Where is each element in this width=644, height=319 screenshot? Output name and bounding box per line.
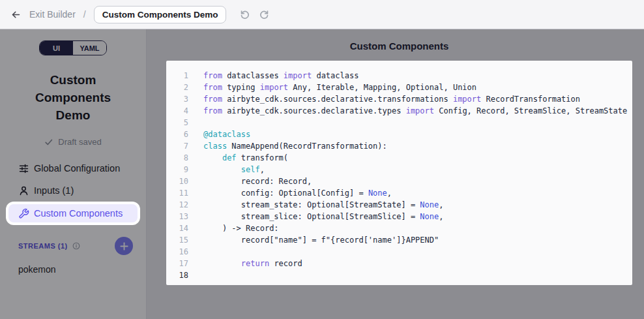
sidebar-item-label: Custom Components <box>34 208 123 219</box>
line-number: 13 <box>166 211 188 222</box>
undo-button[interactable] <box>238 8 252 22</box>
code-line: 10 record: Record, <box>166 175 632 187</box>
code-line: 3from airbyte_cdk.sources.declarative.tr… <box>166 93 632 105</box>
sidebar-item-inputs[interactable]: Inputs (1) <box>0 179 146 202</box>
streams-header-label: STREAMS (1) <box>18 242 68 250</box>
line-content: from typing import Any, Iterable, Mappin… <box>188 82 476 93</box>
topbar: Exit Builder / Custom Components Demo <box>0 0 644 29</box>
line-number: 11 <box>166 187 188 199</box>
sidebar: UI YAML Custom Components Demo Draft sav… <box>0 29 147 319</box>
line-content: stream_state: Optional[StreamState] = No… <box>188 199 443 211</box>
builder-body: UI YAML Custom Components Demo Draft sav… <box>0 29 644 319</box>
line-number: 15 <box>166 234 188 246</box>
sidebar-item-label: Inputs (1) <box>34 185 74 196</box>
line-number: 5 <box>166 117 188 129</box>
code-line: 14 ) -> Record: <box>166 222 632 234</box>
wrench-icon <box>18 208 29 219</box>
line-number: 18 <box>166 269 188 281</box>
connector-title: Custom Components Demo <box>0 71 146 124</box>
line-content: def transform( <box>188 152 288 164</box>
main-panel: Custom Components 1from dataclasses impo… <box>147 29 644 319</box>
sidebar-item-custom-components[interactable]: Custom Components <box>8 204 138 222</box>
toggle-yaml[interactable]: YAML <box>73 41 106 55</box>
line-number: 9 <box>166 164 188 175</box>
info-icon[interactable] <box>72 242 80 250</box>
line-content <box>188 246 208 258</box>
line-number: 1 <box>166 70 188 82</box>
line-content: record["name"] = f"{record['name']}APPEN… <box>188 234 439 246</box>
line-content: config: Optional[Config] = None, <box>188 187 392 199</box>
add-stream-button[interactable] <box>115 237 133 255</box>
line-number: 4 <box>166 105 188 117</box>
spotlight-ring: Custom Components <box>6 202 140 225</box>
connector-title-line: Demo <box>0 106 146 124</box>
draft-status: Draft saved <box>0 137 146 147</box>
line-content: stream_slice: Optional[StreamSlice] = No… <box>188 211 443 222</box>
line-number: 3 <box>166 93 188 105</box>
redo-button[interactable] <box>257 8 271 22</box>
page-title: Custom Components <box>166 40 632 53</box>
code-line: 6@dataclass <box>166 129 632 140</box>
line-content: from airbyte_cdk.sources.declarative.tra… <box>188 93 580 105</box>
code-line: 15 record["name"] = f"{record['name']}AP… <box>166 234 632 246</box>
code-line: 1from dataclasses import dataclass <box>166 70 632 82</box>
code-line: 4from airbyte_cdk.sources.declarative.ty… <box>166 105 632 117</box>
code-line: 12 stream_state: Optional[StreamState] =… <box>166 199 632 211</box>
code-line: 18 <box>166 269 632 281</box>
line-content: from airbyte_cdk.sources.declarative.typ… <box>188 105 627 117</box>
redo-icon <box>259 9 270 20</box>
sidebar-item-label: Global Configuration <box>34 163 120 174</box>
line-number: 10 <box>166 175 188 187</box>
back-button[interactable] <box>9 8 23 22</box>
code-line: 5 <box>166 117 632 129</box>
line-number: 17 <box>166 258 188 269</box>
project-name-input[interactable]: Custom Components Demo <box>94 6 227 23</box>
code-line: 11 config: Optional[Config] = None, <box>166 187 632 199</box>
code-line: 2from typing import Any, Iterable, Mappi… <box>166 82 632 93</box>
line-content: ) -> Record: <box>188 222 279 234</box>
draft-status-label: Draft saved <box>58 137 101 147</box>
stream-item-pokemon[interactable]: pokemon <box>0 264 146 275</box>
sidebar-item-global-configuration[interactable]: Global Configuration <box>0 157 146 179</box>
code-line: 13 stream_slice: Optional[StreamSlice] =… <box>166 211 632 222</box>
line-content: @dataclass <box>188 129 250 140</box>
line-content: return record <box>188 258 302 269</box>
code-line: 9 self, <box>166 164 632 175</box>
undo-icon <box>239 9 250 20</box>
exit-builder-link[interactable]: Exit Builder <box>29 9 76 20</box>
line-number: 6 <box>166 129 188 140</box>
code-line: 16 <box>166 246 632 258</box>
line-content: record: Record, <box>188 175 312 187</box>
toggle-ui[interactable]: UI <box>40 41 73 55</box>
ui-yaml-toggle: UI YAML <box>39 40 107 55</box>
streams-header: STREAMS (1) <box>0 237 146 255</box>
line-number: 14 <box>166 222 188 234</box>
sliders-icon <box>18 163 29 174</box>
line-number: 12 <box>166 199 188 211</box>
connector-title-line: Components <box>0 89 146 106</box>
line-number: 16 <box>166 246 188 258</box>
code-lines: 1from dataclasses import dataclass2from … <box>166 70 632 281</box>
code-editor[interactable]: 1from dataclasses import dataclass2from … <box>166 61 632 285</box>
line-number: 7 <box>166 140 188 152</box>
connector-builder-app: Exit Builder / Custom Components Demo UI… <box>0 0 644 319</box>
arrow-left-icon <box>10 9 22 20</box>
line-number: 2 <box>166 82 188 93</box>
connector-title-line: Custom <box>0 71 146 89</box>
code-line: 7class NameAppend(RecordTransformation): <box>166 140 632 152</box>
line-content: class NameAppend(RecordTransformation): <box>188 140 387 152</box>
history-controls <box>238 8 271 22</box>
breadcrumb-separator: / <box>83 9 86 20</box>
code-line: 8 def transform( <box>166 152 632 164</box>
line-content: from dataclasses import dataclass <box>188 70 359 82</box>
user-icon <box>18 185 29 196</box>
plus-icon <box>119 241 129 251</box>
line-content: self, <box>188 164 265 175</box>
line-content <box>188 269 208 281</box>
sidebar-nav: Global Configuration Inputs (1) Custom C… <box>0 157 146 225</box>
line-content <box>188 117 208 129</box>
line-number: 8 <box>166 152 188 164</box>
code-line: 17 return record <box>166 258 632 269</box>
check-icon <box>44 138 53 147</box>
